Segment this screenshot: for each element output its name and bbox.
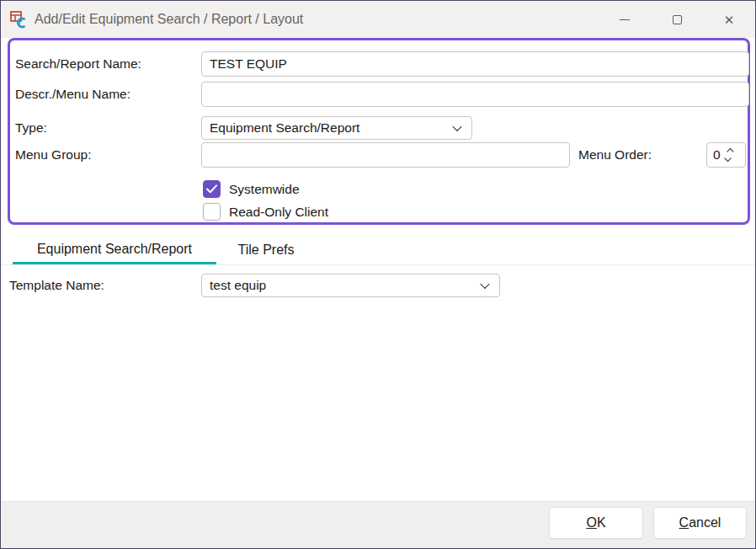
checkbox-icon bbox=[203, 203, 221, 221]
template-name-label: Template Name: bbox=[9, 274, 104, 297]
maximize-button[interactable] bbox=[651, 1, 703, 38]
descr-menu-name-input[interactable] bbox=[201, 82, 749, 107]
search-report-name-input[interactable] bbox=[201, 51, 749, 77]
menu-order-input[interactable] bbox=[707, 147, 726, 163]
cancel-button-label: Cancel bbox=[679, 515, 721, 530]
menu-order-label: Menu Order: bbox=[578, 142, 652, 168]
read-only-client-checkbox[interactable]: Read-Only Client bbox=[203, 203, 328, 221]
search-report-name-label: Search/Report Name: bbox=[15, 51, 141, 77]
footer-bar: OK Cancel bbox=[1, 501, 755, 548]
systemwide-label: Systemwide bbox=[229, 182, 300, 197]
window-title: Add/Edit Equipment Search / Report / Lay… bbox=[35, 12, 303, 27]
header-form-panel: Search/Report Name: Descr./Menu Name: Ty… bbox=[8, 38, 750, 225]
spinner-arrows[interactable] bbox=[727, 149, 732, 161]
checkbox-icon bbox=[203, 180, 221, 198]
menu-order-spinner[interactable] bbox=[706, 142, 746, 168]
close-icon: ✕ bbox=[724, 13, 735, 26]
menu-group-input[interactable] bbox=[201, 142, 570, 168]
minimize-button[interactable] bbox=[599, 1, 651, 38]
dialog-window: Add/Edit Equipment Search / Report / Lay… bbox=[0, 0, 756, 549]
window-controls: ✕ bbox=[599, 1, 755, 38]
minimize-icon bbox=[620, 19, 630, 20]
close-button[interactable]: ✕ bbox=[703, 1, 755, 38]
tab-label: Tile Prefs bbox=[238, 243, 295, 258]
chevron-down-icon bbox=[452, 122, 461, 131]
menu-group-label: Menu Group: bbox=[15, 142, 91, 168]
maximize-icon bbox=[673, 15, 682, 24]
template-name-dropdown[interactable]: test equip bbox=[201, 274, 500, 297]
descr-menu-name-label: Descr./Menu Name: bbox=[15, 82, 130, 107]
ok-button[interactable]: OK bbox=[549, 507, 643, 539]
ok-button-label: OK bbox=[586, 515, 605, 530]
template-name-value: test equip bbox=[210, 278, 266, 293]
tab-tile-prefs[interactable]: Tile Prefs bbox=[216, 236, 316, 264]
read-only-client-label: Read-Only Client bbox=[229, 205, 328, 220]
chevron-down-icon bbox=[480, 280, 489, 289]
type-label: Type: bbox=[15, 116, 47, 140]
type-dropdown-value: Equipment Search/Report bbox=[210, 120, 359, 136]
tab-equipment-search-report[interactable]: Equipment Search/Report bbox=[13, 236, 216, 264]
type-dropdown[interactable]: Equipment Search/Report bbox=[201, 116, 472, 140]
tab-strip: Equipment Search/Report Tile Prefs bbox=[1, 236, 755, 265]
tab-label: Equipment Search/Report bbox=[37, 242, 192, 257]
systemwide-checkbox[interactable]: Systemwide bbox=[203, 180, 300, 198]
cancel-button[interactable]: Cancel bbox=[653, 507, 747, 539]
title-bar: Add/Edit Equipment Search / Report / Lay… bbox=[1, 1, 755, 38]
app-icon bbox=[9, 10, 28, 29]
